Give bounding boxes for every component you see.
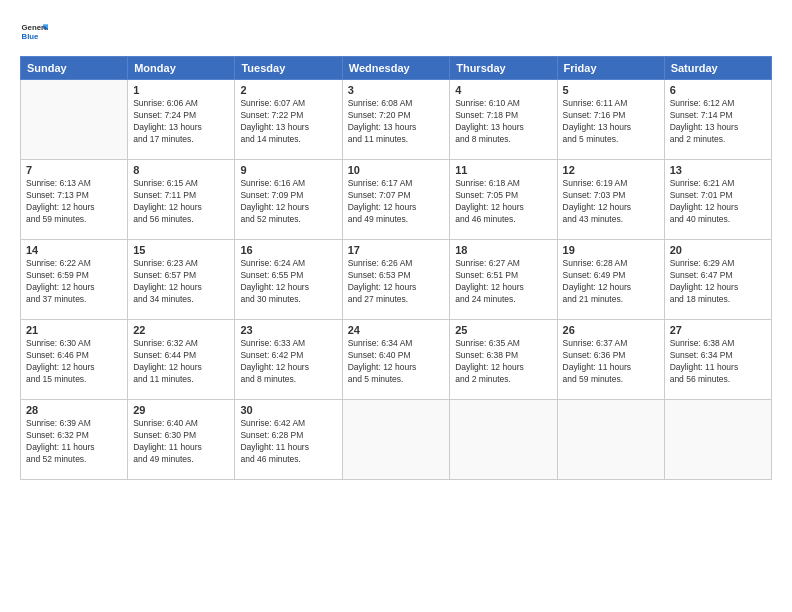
calendar-cell: 13Sunrise: 6:21 AMSunset: 7:01 PMDayligh… [664,160,771,240]
day-info: Sunrise: 6:42 AMSunset: 6:28 PMDaylight:… [240,418,336,466]
calendar-cell: 21Sunrise: 6:30 AMSunset: 6:46 PMDayligh… [21,320,128,400]
day-info: Sunrise: 6:22 AMSunset: 6:59 PMDaylight:… [26,258,122,306]
day-number: 6 [670,84,766,96]
day-number: 24 [348,324,445,336]
calendar-cell [21,80,128,160]
calendar-cell: 25Sunrise: 6:35 AMSunset: 6:38 PMDayligh… [450,320,557,400]
day-info: Sunrise: 6:08 AMSunset: 7:20 PMDaylight:… [348,98,445,146]
calendar-cell: 2Sunrise: 6:07 AMSunset: 7:22 PMDaylight… [235,80,342,160]
day-number: 17 [348,244,445,256]
calendar-cell: 30Sunrise: 6:42 AMSunset: 6:28 PMDayligh… [235,400,342,480]
day-info: Sunrise: 6:18 AMSunset: 7:05 PMDaylight:… [455,178,551,226]
calendar-cell: 8Sunrise: 6:15 AMSunset: 7:11 PMDaylight… [128,160,235,240]
day-info: Sunrise: 6:35 AMSunset: 6:38 PMDaylight:… [455,338,551,386]
day-number: 4 [455,84,551,96]
day-info: Sunrise: 6:27 AMSunset: 6:51 PMDaylight:… [455,258,551,306]
day-number: 8 [133,164,229,176]
weekday-header: Tuesday [235,57,342,80]
day-info: Sunrise: 6:17 AMSunset: 7:07 PMDaylight:… [348,178,445,226]
day-info: Sunrise: 6:10 AMSunset: 7:18 PMDaylight:… [455,98,551,146]
day-info: Sunrise: 6:19 AMSunset: 7:03 PMDaylight:… [563,178,659,226]
calendar-cell: 9Sunrise: 6:16 AMSunset: 7:09 PMDaylight… [235,160,342,240]
day-info: Sunrise: 6:39 AMSunset: 6:32 PMDaylight:… [26,418,122,466]
logo-icon: General Blue [20,18,48,46]
weekday-header: Sunday [21,57,128,80]
calendar-cell [664,400,771,480]
day-number: 16 [240,244,336,256]
calendar-cell [557,400,664,480]
day-number: 23 [240,324,336,336]
calendar-week-row: 28Sunrise: 6:39 AMSunset: 6:32 PMDayligh… [21,400,772,480]
svg-text:Blue: Blue [22,32,40,41]
day-info: Sunrise: 6:13 AMSunset: 7:13 PMDaylight:… [26,178,122,226]
calendar-cell: 12Sunrise: 6:19 AMSunset: 7:03 PMDayligh… [557,160,664,240]
day-info: Sunrise: 6:07 AMSunset: 7:22 PMDaylight:… [240,98,336,146]
weekday-header: Friday [557,57,664,80]
day-info: Sunrise: 6:28 AMSunset: 6:49 PMDaylight:… [563,258,659,306]
day-number: 29 [133,404,229,416]
calendar-week-row: 7Sunrise: 6:13 AMSunset: 7:13 PMDaylight… [21,160,772,240]
day-info: Sunrise: 6:06 AMSunset: 7:24 PMDaylight:… [133,98,229,146]
day-number: 11 [455,164,551,176]
calendar-cell: 1Sunrise: 6:06 AMSunset: 7:24 PMDaylight… [128,80,235,160]
calendar-week-row: 21Sunrise: 6:30 AMSunset: 6:46 PMDayligh… [21,320,772,400]
day-number: 7 [26,164,122,176]
weekday-header: Saturday [664,57,771,80]
calendar-cell: 6Sunrise: 6:12 AMSunset: 7:14 PMDaylight… [664,80,771,160]
day-info: Sunrise: 6:40 AMSunset: 6:30 PMDaylight:… [133,418,229,466]
weekday-header: Monday [128,57,235,80]
day-number: 30 [240,404,336,416]
calendar-cell: 15Sunrise: 6:23 AMSunset: 6:57 PMDayligh… [128,240,235,320]
calendar-week-row: 1Sunrise: 6:06 AMSunset: 7:24 PMDaylight… [21,80,772,160]
day-info: Sunrise: 6:32 AMSunset: 6:44 PMDaylight:… [133,338,229,386]
calendar-cell: 14Sunrise: 6:22 AMSunset: 6:59 PMDayligh… [21,240,128,320]
calendar-cell: 16Sunrise: 6:24 AMSunset: 6:55 PMDayligh… [235,240,342,320]
calendar-cell: 28Sunrise: 6:39 AMSunset: 6:32 PMDayligh… [21,400,128,480]
calendar-cell: 11Sunrise: 6:18 AMSunset: 7:05 PMDayligh… [450,160,557,240]
calendar-cell: 19Sunrise: 6:28 AMSunset: 6:49 PMDayligh… [557,240,664,320]
day-number: 27 [670,324,766,336]
day-number: 15 [133,244,229,256]
calendar-cell: 27Sunrise: 6:38 AMSunset: 6:34 PMDayligh… [664,320,771,400]
logo: General Blue [20,18,52,46]
day-number: 22 [133,324,229,336]
day-number: 28 [26,404,122,416]
day-number: 3 [348,84,445,96]
day-info: Sunrise: 6:29 AMSunset: 6:47 PMDaylight:… [670,258,766,306]
calendar-cell: 29Sunrise: 6:40 AMSunset: 6:30 PMDayligh… [128,400,235,480]
calendar-cell: 5Sunrise: 6:11 AMSunset: 7:16 PMDaylight… [557,80,664,160]
weekday-header: Wednesday [342,57,450,80]
day-info: Sunrise: 6:16 AMSunset: 7:09 PMDaylight:… [240,178,336,226]
day-number: 18 [455,244,551,256]
day-number: 21 [26,324,122,336]
day-info: Sunrise: 6:37 AMSunset: 6:36 PMDaylight:… [563,338,659,386]
calendar-cell: 24Sunrise: 6:34 AMSunset: 6:40 PMDayligh… [342,320,450,400]
calendar-cell [342,400,450,480]
day-number: 19 [563,244,659,256]
day-number: 9 [240,164,336,176]
calendar-cell: 7Sunrise: 6:13 AMSunset: 7:13 PMDaylight… [21,160,128,240]
calendar-cell: 3Sunrise: 6:08 AMSunset: 7:20 PMDaylight… [342,80,450,160]
calendar-cell [450,400,557,480]
day-number: 25 [455,324,551,336]
header: General Blue [20,18,772,46]
day-number: 20 [670,244,766,256]
day-info: Sunrise: 6:21 AMSunset: 7:01 PMDaylight:… [670,178,766,226]
calendar: SundayMondayTuesdayWednesdayThursdayFrid… [20,56,772,480]
day-info: Sunrise: 6:24 AMSunset: 6:55 PMDaylight:… [240,258,336,306]
weekday-header: Thursday [450,57,557,80]
day-info: Sunrise: 6:12 AMSunset: 7:14 PMDaylight:… [670,98,766,146]
day-number: 14 [26,244,122,256]
day-number: 13 [670,164,766,176]
calendar-cell: 4Sunrise: 6:10 AMSunset: 7:18 PMDaylight… [450,80,557,160]
day-number: 5 [563,84,659,96]
calendar-cell: 20Sunrise: 6:29 AMSunset: 6:47 PMDayligh… [664,240,771,320]
day-info: Sunrise: 6:23 AMSunset: 6:57 PMDaylight:… [133,258,229,306]
day-info: Sunrise: 6:34 AMSunset: 6:40 PMDaylight:… [348,338,445,386]
calendar-cell: 22Sunrise: 6:32 AMSunset: 6:44 PMDayligh… [128,320,235,400]
day-info: Sunrise: 6:30 AMSunset: 6:46 PMDaylight:… [26,338,122,386]
calendar-cell: 10Sunrise: 6:17 AMSunset: 7:07 PMDayligh… [342,160,450,240]
day-info: Sunrise: 6:11 AMSunset: 7:16 PMDaylight:… [563,98,659,146]
day-info: Sunrise: 6:33 AMSunset: 6:42 PMDaylight:… [240,338,336,386]
calendar-week-row: 14Sunrise: 6:22 AMSunset: 6:59 PMDayligh… [21,240,772,320]
